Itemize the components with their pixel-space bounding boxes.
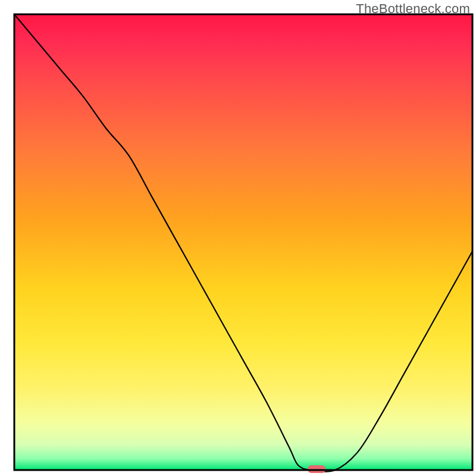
plot-background <box>14 14 472 470</box>
optimal-marker <box>308 465 325 473</box>
bottleneck-chart <box>0 0 476 476</box>
watermark-text: TheBottleneck.com <box>356 1 470 17</box>
chart-container: { "watermark": "TheBottleneck.com", "cha… <box>0 0 476 476</box>
